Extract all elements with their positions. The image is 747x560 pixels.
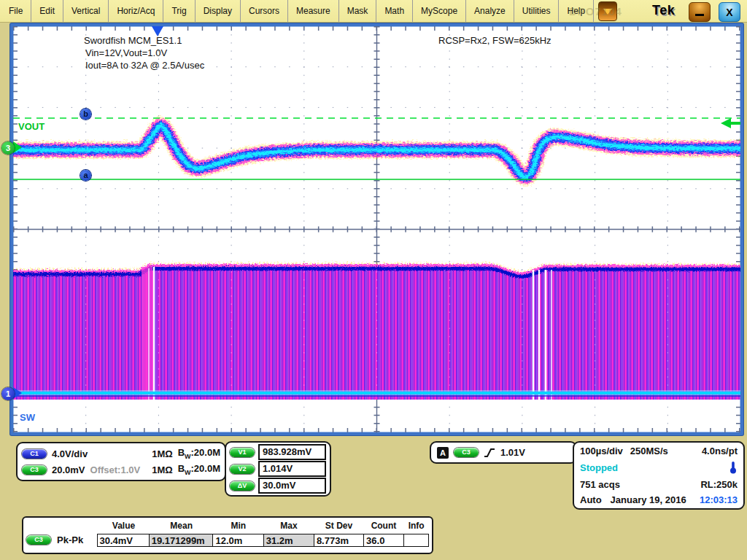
meas-name: Pk-Pk	[57, 534, 83, 545]
cursor-a-handle[interactable]: a	[80, 170, 91, 181]
measurement-panel[interactable]: Value Mean Min Max St Dev Count Info C3 …	[22, 516, 433, 554]
time-text: 12:03:13	[700, 494, 738, 505]
meas-max: 31.2m	[263, 534, 315, 547]
model-watermark: DPO7104	[569, 5, 622, 18]
menu-math[interactable]: Math	[376, 0, 413, 22]
menu-analyze[interactable]: Analyze	[466, 0, 514, 22]
acquisition-status: Stopped	[580, 462, 618, 473]
trigger-level-value: 1.01V	[500, 447, 525, 458]
measurement-row[interactable]: C3 Pk-Pk 30.4mV 19.171299m 12.0m 31.2m 8…	[26, 532, 429, 548]
waveform-canvas[interactable]	[13, 26, 740, 432]
v2-value: 1.014V	[258, 461, 326, 477]
date-text: January 19, 2016	[611, 494, 686, 505]
dv-value: 30.0mV	[258, 478, 326, 494]
meas-stdev: 8.773m	[314, 534, 365, 547]
menu-vertical[interactable]: Vertical	[63, 0, 109, 22]
acq-status-row: Stopped	[580, 461, 738, 474]
cursor-dv-row: ΔV 30.0mV	[230, 478, 326, 493]
thermometer-icon	[729, 461, 738, 474]
ch3-scale: 20.0mV	[52, 464, 85, 475]
v2-badge[interactable]: V2	[230, 464, 255, 474]
cursor-readout-panel[interactable]: V1 983.928mV V2 1.014V ΔV 30.0mV	[225, 441, 331, 497]
menu-bar: File Edit Vertical Horiz/Acq Trig Displa…	[0, 0, 747, 23]
header-max: Max	[263, 521, 314, 531]
header-stdev: St Dev	[314, 521, 363, 531]
channel3-marker[interactable]: 3	[1, 141, 15, 155]
trigger-source-badge[interactable]: C3	[454, 448, 479, 457]
meas-count: 36.0	[363, 534, 404, 547]
cursor-b-handle[interactable]: b	[80, 109, 91, 120]
acq-count-row: 751 acqs RL:250k	[580, 479, 738, 490]
ch1-impedance: 1MΩ	[152, 448, 172, 459]
sw-label: SW	[20, 412, 35, 423]
v1-badge[interactable]: V1	[230, 448, 255, 457]
timebase-row: 100µs/div 250MS/s 4.0ns/pt	[580, 446, 738, 456]
trigger-auto-mode: Auto	[580, 494, 602, 505]
annotation-line3: Iout=8A to 32A @ 2.5A/usec	[85, 60, 204, 71]
meas-ch3-badge[interactable]: C3	[26, 535, 51, 545]
channel1-marker[interactable]: 1	[1, 387, 15, 400]
header-value: Value	[98, 521, 150, 531]
minimize-button[interactable]	[689, 2, 711, 22]
waveform-display[interactable]	[10, 23, 743, 435]
record-length: RL:250k	[700, 479, 738, 490]
annotation-right: RCSP=Rx2, FSW=625kHz	[438, 35, 551, 46]
meas-value: 30.4mV	[97, 534, 150, 547]
tek-logo: Tek	[652, 3, 675, 18]
channel3-settings-row[interactable]: C3 20.0mV Offset:1.0V 1MΩ BW:20.0M	[22, 463, 220, 476]
sample-rate: 250MS/s	[630, 446, 668, 456]
menu-edit[interactable]: Edit	[31, 0, 63, 22]
dv-badge[interactable]: ΔV	[230, 481, 255, 491]
sample-resolution: 4.0ns/pt	[702, 446, 738, 456]
header-count: Count	[364, 521, 404, 531]
header-mean: Mean	[150, 521, 213, 531]
menu-myscope[interactable]: MyScope	[413, 0, 466, 22]
header-min: Min	[213, 521, 263, 531]
menu-file[interactable]: File	[0, 0, 31, 22]
ch3-offset: Offset:1.0V	[90, 464, 141, 475]
minimize-icon	[695, 14, 704, 16]
ch3-bandwidth: BW:20.0M	[178, 463, 220, 476]
menu-display[interactable]: Display	[196, 0, 241, 22]
close-button[interactable]: X	[719, 2, 740, 22]
menu-horiz-acq[interactable]: Horiz/Acq	[109, 0, 163, 22]
timebase-scale: 100µs/div	[580, 446, 623, 456]
rising-edge-icon	[484, 447, 495, 459]
vout-label: VOUT	[18, 121, 44, 132]
meas-min: 12.0m	[212, 534, 264, 547]
channel-settings-panel[interactable]: C1 4.0V/div 1MΩ BW:20.0M C3 20.0mV Offse…	[16, 442, 226, 481]
menu-cursors[interactable]: Cursors	[241, 0, 288, 22]
acq-count: 751 acqs	[580, 479, 620, 490]
measurement-headers: Value Mean Min Max St Dev Count Info	[26, 519, 429, 532]
menu-utilities[interactable]: Utilities	[514, 0, 560, 22]
cursor-v2-row: V2 1.014V	[230, 462, 326, 476]
date-row: Auto January 19, 2016 12:03:13	[580, 494, 738, 505]
timebase-panel[interactable]: 100µs/div 250MS/s 4.0ns/pt Stopped 751 a…	[573, 441, 745, 510]
menu-trig[interactable]: Trig	[163, 0, 195, 22]
trigger-mode-badge: A	[437, 447, 449, 459]
trigger-panel[interactable]: A C3 1.01V	[430, 441, 577, 464]
trigger-level-icon[interactable]	[721, 118, 740, 128]
annotation-line1: Swordfish MCM_ES1.1	[84, 35, 182, 46]
ch1-bandwidth: BW:20.0M	[178, 447, 220, 460]
ch3-impedance: 1MΩ	[152, 464, 172, 475]
sw-trace	[13, 264, 740, 400]
header-info: Info	[403, 521, 429, 531]
annotation-line2: Vin=12V,Vout=1.0V	[85, 47, 167, 58]
menu-mask[interactable]: Mask	[339, 0, 377, 22]
ch1-badge[interactable]: C1	[22, 449, 47, 459]
meas-mean: 19.171299m	[149, 534, 214, 547]
ch3-badge[interactable]: C3	[22, 465, 47, 475]
cursor-v1-row: V1 983.928mV	[230, 445, 326, 459]
menu-measure[interactable]: Measure	[288, 0, 339, 22]
meas-info	[403, 534, 429, 547]
channel1-settings-row[interactable]: C1 4.0V/div 1MΩ BW:20.0M	[22, 447, 220, 460]
v1-value: 983.928mV	[258, 444, 326, 460]
ch1-scale: 4.0V/div	[52, 448, 88, 459]
